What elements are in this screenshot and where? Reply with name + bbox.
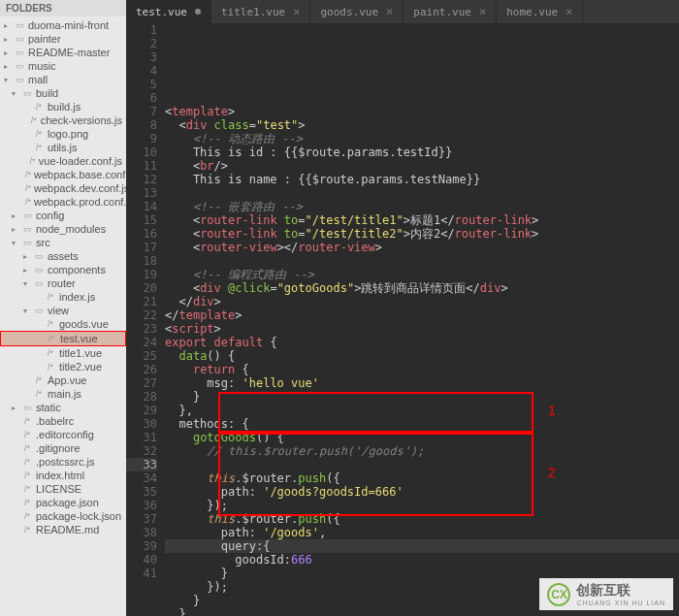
code-line[interactable]: path: '/goods', xyxy=(165,526,679,539)
tree-item[interactable]: /*title2.vue xyxy=(0,360,126,373)
code-area[interactable]: 1 2 <template> <div class="test"> <!-- 动… xyxy=(165,23,679,616)
tree-item[interactable]: /*index.js xyxy=(0,290,126,304)
tree-item[interactable]: /*webpack.dev.conf.js xyxy=(0,181,126,195)
tree-item[interactable]: /*webpack.base.conf.js xyxy=(0,168,126,181)
tree-label: App.vue xyxy=(48,374,86,386)
tree-item[interactable]: /*check-versions.js xyxy=(0,113,126,127)
code-line[interactable]: <div class="test"> xyxy=(165,118,679,132)
tree-item[interactable]: /*webpack.prod.conf.js xyxy=(0,195,126,209)
tree-item[interactable]: ▸▭README-master xyxy=(0,46,126,59)
tree-label: mall xyxy=(28,74,48,85)
code-line[interactable]: <template> xyxy=(165,105,679,118)
code-line[interactable]: }, xyxy=(165,404,679,417)
tree-label: title2.vue xyxy=(59,361,102,373)
tree-item[interactable]: /*logo.png xyxy=(0,127,126,141)
tree-item[interactable]: /*.postcssrc.js xyxy=(0,455,126,469)
close-icon[interactable]: × xyxy=(479,5,486,18)
code-line[interactable]: path: '/goods?goodsId=666' xyxy=(165,485,679,499)
tab[interactable]: title1.vue× xyxy=(211,0,310,23)
file-icon: /* xyxy=(29,155,35,167)
code-line[interactable]: goodsId:666 xyxy=(165,553,679,567)
code-line[interactable]: }); xyxy=(165,499,679,512)
code-line[interactable] xyxy=(165,186,679,200)
tree-item[interactable]: ▾▭view xyxy=(0,304,126,317)
code-line[interactable] xyxy=(165,254,679,268)
tree-item[interactable]: ▸▭music xyxy=(0,59,126,73)
tree-item[interactable]: /*LICENSE xyxy=(0,482,126,496)
file-icon: /* xyxy=(25,169,31,180)
code-line[interactable]: query:{ xyxy=(165,539,679,553)
tree-item[interactable]: /*package-lock.json xyxy=(0,509,126,523)
tab[interactable]: home.vue× xyxy=(497,0,583,23)
code-line[interactable]: <br/> xyxy=(165,159,679,173)
tree-item[interactable]: /*README.md xyxy=(0,523,126,536)
code-line[interactable]: This is name : {{$route.params.testName}… xyxy=(165,173,679,186)
tree-item[interactable]: /*goods.vue xyxy=(0,317,126,331)
code-line[interactable]: <!-- 嵌套路由 --> xyxy=(165,200,679,213)
code-line[interactable]: data() { xyxy=(165,349,679,363)
tree-label: static xyxy=(36,402,61,413)
code-line[interactable] xyxy=(165,458,679,471)
code-line[interactable]: } xyxy=(165,390,679,404)
tree-item[interactable]: ▸▭duoma-mini-front xyxy=(0,18,126,32)
tree-item[interactable]: /*utils.js xyxy=(0,141,126,154)
tree-item[interactable]: /*.babelrc xyxy=(0,414,126,428)
watermark-text: 创新互联 xyxy=(576,582,665,600)
tree-item[interactable]: ▸▭assets xyxy=(0,249,126,263)
code-line[interactable]: </template> xyxy=(165,308,679,322)
code-line[interactable]: <div @click="gotoGoods">跳转到商品详情页面</div> xyxy=(165,281,679,295)
tab[interactable]: goods.vue× xyxy=(310,0,404,23)
code-line[interactable]: methods: { xyxy=(165,417,679,431)
tab[interactable]: paint.vue× xyxy=(404,0,497,23)
tree-item[interactable]: /*main.js xyxy=(0,387,126,401)
tree-item[interactable]: ▸▭node_modules xyxy=(0,222,126,236)
tree-item[interactable]: /*App.vue xyxy=(0,373,126,387)
code-line[interactable]: msg: 'hello vue' xyxy=(165,376,679,390)
tree-label: goods.vue xyxy=(59,318,109,330)
code-line[interactable]: <router-view></router-view> xyxy=(165,241,679,254)
tree-item[interactable]: /*package.json xyxy=(0,496,126,509)
line-number: 16 xyxy=(126,227,157,241)
folder-arrow-icon: ▸ xyxy=(4,35,12,44)
code-line[interactable]: <script> xyxy=(165,322,679,336)
tree-item[interactable]: /*.editorconfig xyxy=(0,428,126,441)
code-line[interactable]: This is id : {{$route.params.testId}} xyxy=(165,146,679,159)
tree-item[interactable]: ▾▭src xyxy=(0,236,126,249)
tree-item[interactable]: ▾▭mall xyxy=(0,73,126,86)
tree-item[interactable]: ▸▭static xyxy=(0,401,126,414)
tree-item[interactable]: ▸▭components xyxy=(0,263,126,276)
code-line[interactable]: <!-- 编程式路由 --> xyxy=(165,268,679,281)
code-line[interactable]: export default { xyxy=(165,336,679,349)
code-line[interactable]: this.$router.push({ xyxy=(165,471,679,485)
code-line[interactable]: return { xyxy=(165,363,679,376)
line-number: 15 xyxy=(126,213,157,227)
tree-item[interactable]: /*index.html xyxy=(0,469,126,482)
tree-item[interactable]: ▸▭painter xyxy=(0,32,126,46)
tree-item[interactable]: ▾▭build xyxy=(0,86,126,100)
code-line[interactable]: gotoGoods() { xyxy=(165,431,679,444)
line-number: 30 xyxy=(126,417,157,431)
tree-label: src xyxy=(36,237,50,248)
code-line[interactable]: <router-link to="/test/title2">内容2</rout… xyxy=(165,227,679,241)
code-line[interactable]: <!-- 动态路由 --> xyxy=(165,132,679,146)
close-icon[interactable]: × xyxy=(293,5,300,18)
tree-item[interactable]: /*title1.vue xyxy=(0,346,126,360)
line-number: 21 xyxy=(126,295,157,308)
close-icon[interactable]: × xyxy=(566,5,572,18)
tree-label: package-lock.json xyxy=(36,510,121,522)
tree-item[interactable]: /*build.js xyxy=(0,100,126,113)
code-line[interactable]: </div> xyxy=(165,295,679,308)
tree-item[interactable]: /*.gitignore xyxy=(0,441,126,455)
file-icon: /* xyxy=(45,361,56,373)
line-number: 40 xyxy=(126,553,157,567)
tree-item[interactable]: /*test.vue xyxy=(0,331,126,346)
tree-item[interactable]: /*vue-loader.conf.js xyxy=(0,154,126,168)
tree-item[interactable]: ▾▭router xyxy=(0,276,126,290)
close-icon[interactable]: × xyxy=(386,5,393,18)
code-line[interactable]: // this.$router.push('/goods'); xyxy=(165,444,679,458)
code-line[interactable]: this.$router.push({ xyxy=(165,512,679,526)
code-line[interactable]: <router-link to="/test/title1">标题1</rout… xyxy=(165,213,679,227)
tree-item[interactable]: ▸▭config xyxy=(0,209,126,222)
tab[interactable]: test.vue xyxy=(126,0,211,23)
code-editor[interactable]: 1234567891011121314151617181920212223242… xyxy=(126,23,679,616)
